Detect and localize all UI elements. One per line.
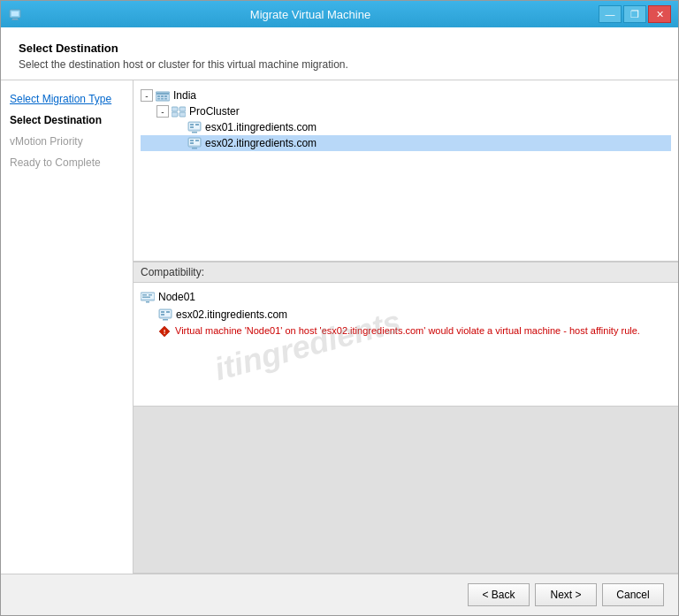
- svg-rect-31: [149, 294, 152, 296]
- host-icon-esx02: [187, 136, 202, 150]
- app-icon: [8, 7, 22, 21]
- main-area: Select Migration Type Select Destination…: [1, 80, 678, 574]
- page-title: Select Destination: [19, 42, 660, 55]
- window-content: Select Destination Select the destinatio…: [1, 27, 678, 615]
- compat-error-message: Virtual machine 'Node01' on host 'esx02.…: [175, 325, 640, 336]
- tree-item-esx02[interactable]: esx02.itingredients.com: [141, 135, 671, 151]
- svg-rect-3: [11, 19, 19, 20]
- svg-rect-39: [163, 319, 168, 321]
- svg-rect-5: [156, 93, 169, 95]
- svg-rect-24: [190, 140, 194, 141]
- sidebar-item-ready-to-complete: Ready to Complete: [10, 155, 124, 171]
- error-icon: !: [158, 325, 171, 338]
- svg-rect-25: [195, 140, 199, 141]
- tree-item-esx01[interactable]: esx01.itingredients.com: [141, 119, 671, 135]
- minimize-button[interactable]: —: [599, 5, 622, 23]
- sidebar-item-select-destination: Select Destination: [10, 112, 124, 128]
- svg-text:!: !: [164, 328, 166, 336]
- esx01-label: esx01.itingredients.com: [205, 121, 317, 133]
- next-button[interactable]: Next >: [535, 583, 597, 606]
- svg-rect-27: [192, 148, 197, 149]
- compat-vm-label: Node01: [158, 291, 195, 303]
- tree-panel[interactable]: -: [134, 80, 678, 262]
- vm-icon-compat: [141, 290, 155, 304]
- datacenter-icon: [156, 88, 170, 103]
- svg-rect-21: [192, 132, 197, 133]
- page-subtitle: Select the destination host or cluster f…: [19, 58, 660, 71]
- svg-rect-32: [142, 297, 150, 299]
- content-area: -: [134, 80, 678, 574]
- sidebar-item-vmotion-priority: vMotion Priority: [10, 133, 124, 149]
- svg-rect-29: [141, 293, 154, 299]
- compatibility-section: Compatibility:: [134, 262, 678, 407]
- svg-rect-15: [179, 112, 186, 117]
- compatibility-header: Compatibility:: [134, 262, 678, 283]
- svg-rect-9: [157, 98, 160, 100]
- compatibility-content: Node01: [134, 283, 678, 407]
- cluster-icon: [172, 104, 186, 118]
- tree-item-procluster[interactable]: - ProCluster: [141, 103, 671, 119]
- svg-rect-20: [190, 126, 194, 128]
- svg-rect-12: [172, 107, 178, 111]
- back-button[interactable]: < Back: [468, 583, 530, 606]
- host-icon-esx01: [187, 120, 202, 134]
- restore-button[interactable]: ❐: [623, 5, 646, 23]
- svg-rect-10: [161, 98, 164, 100]
- india-label: India: [173, 89, 196, 102]
- expand-procluster[interactable]: -: [156, 105, 169, 118]
- svg-rect-7: [161, 95, 164, 97]
- main-window: Migrate Virtual Machine — ❐ ✕ Select Des…: [0, 0, 679, 616]
- window-title: Migrate Virtual Machine: [22, 8, 599, 21]
- svg-rect-8: [164, 95, 167, 97]
- esx02-label: esx02.itingredients.com: [205, 137, 317, 149]
- header-section: Select Destination Select the destinatio…: [1, 27, 678, 80]
- footer: < Back Next > Cancel: [1, 574, 678, 615]
- svg-rect-11: [164, 98, 167, 100]
- procluster-label: ProCluster: [189, 105, 240, 118]
- title-bar: Migrate Virtual Machine — ❐ ✕: [1, 1, 678, 27]
- close-button[interactable]: ✕: [648, 5, 671, 23]
- svg-rect-6: [157, 95, 160, 97]
- svg-rect-37: [166, 311, 170, 313]
- host-icon-compat: [158, 308, 172, 322]
- svg-rect-30: [142, 294, 147, 296]
- svg-rect-38: [161, 314, 164, 316]
- svg-rect-26: [190, 142, 194, 144]
- compat-host-label: esx02.itingredients.com: [176, 308, 287, 321]
- cancel-button[interactable]: Cancel: [602, 583, 664, 606]
- window-controls: — ❐ ✕: [599, 5, 671, 23]
- compat-host-row: esx02.itingredients.com: [141, 306, 671, 323]
- sidebar-item-select-migration-type[interactable]: Select Migration Type: [10, 91, 124, 107]
- svg-rect-1: [11, 11, 19, 16]
- expand-india[interactable]: -: [141, 89, 153, 102]
- svg-rect-13: [179, 107, 186, 111]
- svg-rect-18: [190, 124, 194, 125]
- svg-rect-33: [146, 301, 149, 303]
- sidebar: Select Migration Type Select Destination…: [1, 80, 134, 574]
- svg-rect-36: [161, 311, 164, 313]
- tree-item-india[interactable]: -: [141, 87, 671, 103]
- gray-area: [134, 407, 678, 574]
- compat-vm-row: Node01: [141, 288, 671, 306]
- svg-rect-14: [172, 112, 178, 117]
- svg-rect-19: [195, 124, 199, 125]
- compat-error-row: ! Virtual machine 'Node01' on host 'esx0…: [141, 323, 671, 339]
